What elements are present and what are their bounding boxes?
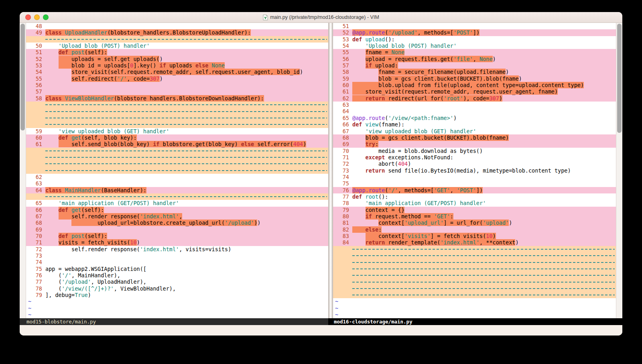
code-row[interactable]: 77def root():: [333, 193, 616, 200]
left-scrollbar-thumb[interactable]: [20, 24, 25, 130]
code-row[interactable]: 51 def post(self):: [26, 49, 328, 55]
code-row[interactable]: 79], debug=True): [26, 292, 328, 298]
code-row[interactable]: 62 return redirect(url_for('root'), code…: [333, 95, 616, 102]
code-row[interactable]: 82 else:: [333, 226, 616, 233]
code-row[interactable]: 50 'Upload blob (POST) handler': [26, 43, 328, 49]
right-scrollbar-thumb[interactable]: [617, 24, 622, 133]
code-row[interactable]: 51: [333, 23, 616, 29]
code-row[interactable]: 62: [26, 174, 328, 180]
diff-filler-row[interactable]: [26, 121, 328, 128]
code-row[interactable]: 81 context['upload_url'] = url_for('uplo…: [333, 220, 616, 226]
diff-filler-row[interactable]: [26, 167, 328, 174]
code-row[interactable]: 71 visits = fetch_visits(10): [26, 239, 328, 246]
code-row[interactable]: 55 self.redirect('/', code=307): [26, 75, 328, 82]
code-row[interactable]: 67 'view uploaded blob (GET) handler': [333, 128, 616, 134]
code-row[interactable]: 58class ViewBlobHandler(blobstore_handle…: [26, 95, 328, 102]
diff-filler-row[interactable]: [26, 115, 328, 121]
code-row[interactable]: 75app = webapp2.WSGIApplication([: [26, 266, 328, 272]
code-row[interactable]: 78 'main application (GET/POST) handler': [333, 200, 616, 206]
code-row[interactable]: 57 if upload:: [333, 62, 616, 69]
code-row[interactable]: 54 store_visit(self.request.remote_addr,…: [26, 69, 328, 75]
diff-filler-row[interactable]: [26, 102, 328, 108]
code-row[interactable]: 77 ('/upload', UploadHandler),: [26, 279, 328, 285]
code-row[interactable]: 59 blob = gcs_client.bucket(BUCKET).blob…: [333, 75, 616, 82]
code-row[interactable]: 68 blob = gcs_client.bucket(BUCKET).blob…: [333, 134, 616, 141]
code-row[interactable]: 64class MainHandler(BaseHandler):: [26, 187, 328, 193]
diff-filler-row[interactable]: [333, 252, 616, 259]
code-row[interactable]: 49class UploadHandler(blobstore_handlers…: [26, 29, 328, 36]
code-row[interactable]: 70 media = blob.download_as_bytes(): [333, 148, 616, 154]
diff-filler-row[interactable]: [26, 161, 328, 167]
diff-filler-row[interactable]: [333, 279, 616, 285]
end-of-buffer-row[interactable]: ~: [26, 305, 328, 311]
code-row[interactable]: 60 def get(self, blob_key):: [26, 134, 328, 141]
end-of-buffer-row[interactable]: ~: [26, 298, 328, 305]
code-row[interactable]: 61 store_visit(request.remote_addr, requ…: [333, 88, 616, 95]
code-row[interactable]: 61 self.send_blob(blob_key) if blobstore…: [26, 141, 328, 147]
code-row[interactable]: 66def view(fname):: [333, 121, 616, 128]
code-row[interactable]: 73 return send_file(io.BytesIO(media), m…: [333, 167, 616, 174]
code-row[interactable]: 66 def get(self):: [26, 207, 328, 213]
code-row[interactable]: 53def upload():: [333, 36, 616, 43]
diff-filler-row[interactable]: [26, 148, 328, 154]
zoom-button[interactable]: [43, 14, 49, 20]
code-row[interactable]: 48: [26, 23, 328, 29]
code-row[interactable]: 69 try:: [333, 141, 616, 147]
diff-filler-row[interactable]: [333, 272, 616, 279]
code-row[interactable]: 76 ('/', MainHandler),: [26, 272, 328, 279]
code-row[interactable]: 65@app.route('/view/<path:fname>'): [333, 115, 616, 121]
code-row[interactable]: 79 context = {}: [333, 207, 616, 213]
code-row[interactable]: 56 upload = request.files.get('file', No…: [333, 56, 616, 62]
vim-command-line[interactable]: [20, 325, 622, 336]
code-row[interactable]: 74: [333, 174, 616, 180]
code-row[interactable]: 84 return render_template('index.html', …: [333, 239, 616, 246]
code-row[interactable]: 59 'view uploaded blob (GET) handler': [26, 128, 328, 134]
code-row[interactable]: 55 fname = None: [333, 49, 616, 55]
code-row[interactable]: 76@app.route('/', methods=['GET', 'POST'…: [333, 187, 616, 193]
diff-filler-row[interactable]: [333, 292, 616, 298]
diff-filler-row[interactable]: [26, 154, 328, 161]
end-of-buffer-row[interactable]: ~: [333, 298, 616, 305]
diff-filler-row[interactable]: [333, 259, 616, 265]
code-row[interactable]: 60 blob.upload_from_file(upload, content…: [333, 82, 616, 88]
diff-filler-row[interactable]: [333, 266, 616, 272]
code-row[interactable]: 71 except exceptions.NotFound:: [333, 154, 616, 161]
end-of-buffer-row[interactable]: ~: [26, 311, 328, 318]
code-row[interactable]: 68 upload_url=blobstore.create_upload_ur…: [26, 220, 328, 226]
pane-separator[interactable]: [328, 23, 333, 318]
code-row[interactable]: 73: [26, 252, 328, 259]
code-row[interactable]: 58 fname = secure_filename(upload.filena…: [333, 69, 616, 75]
diff-filler-row[interactable]: [26, 36, 328, 43]
code-row[interactable]: 56: [26, 82, 328, 88]
code-row[interactable]: 63: [333, 102, 616, 108]
code-row[interactable]: 53 blob_id = uploads[0].key() if uploads…: [26, 62, 328, 69]
code-row[interactable]: 70 def post(self):: [26, 233, 328, 239]
code-row[interactable]: 72 self.render_response('index.html', vi…: [26, 246, 328, 252]
diff-filler-row[interactable]: [333, 246, 616, 252]
code-row[interactable]: 64: [333, 108, 616, 114]
code-row[interactable]: 52 uploads = self.get_uploads(): [26, 56, 328, 62]
code-row[interactable]: 72 abort(404): [333, 161, 616, 167]
code-row[interactable]: 78 ('/view/([^/]+)?', ViewBlobHandler),: [26, 285, 328, 292]
code-row[interactable]: 74: [26, 259, 328, 265]
code-row[interactable]: 67 self.render_response('index.html',: [26, 213, 328, 220]
code-row[interactable]: 69: [26, 226, 328, 233]
code-row[interactable]: 52@app.route('/upload', methods=['POST']…: [333, 29, 616, 36]
minimize-button[interactable]: [34, 14, 40, 20]
end-of-buffer-row[interactable]: ~: [333, 311, 616, 318]
window-title-bar[interactable]: main.py (/private/tmp/mod16-cloudstorage…: [20, 12, 622, 23]
code-row[interactable]: 63: [26, 180, 328, 187]
diff-filler-row[interactable]: [333, 285, 616, 292]
code-row[interactable]: 65 'main application (GET/POST) handler': [26, 200, 328, 206]
left-scrollbar[interactable]: [20, 23, 26, 318]
diff-filler-row[interactable]: [26, 108, 328, 114]
code-row[interactable]: 54 'Upload blob (POST) handler': [333, 43, 616, 49]
code-row[interactable]: 83 context['visits'] = fetch_visits(10): [333, 233, 616, 239]
close-button[interactable]: [25, 14, 31, 20]
right-scrollbar[interactable]: [616, 23, 622, 318]
diff-filler-row[interactable]: [26, 193, 328, 200]
code-row[interactable]: 57: [26, 88, 328, 95]
code-row[interactable]: 80 if request.method == 'GET':: [333, 213, 616, 220]
code-row[interactable]: 75: [333, 180, 616, 187]
end-of-buffer-row[interactable]: ~: [333, 305, 616, 311]
